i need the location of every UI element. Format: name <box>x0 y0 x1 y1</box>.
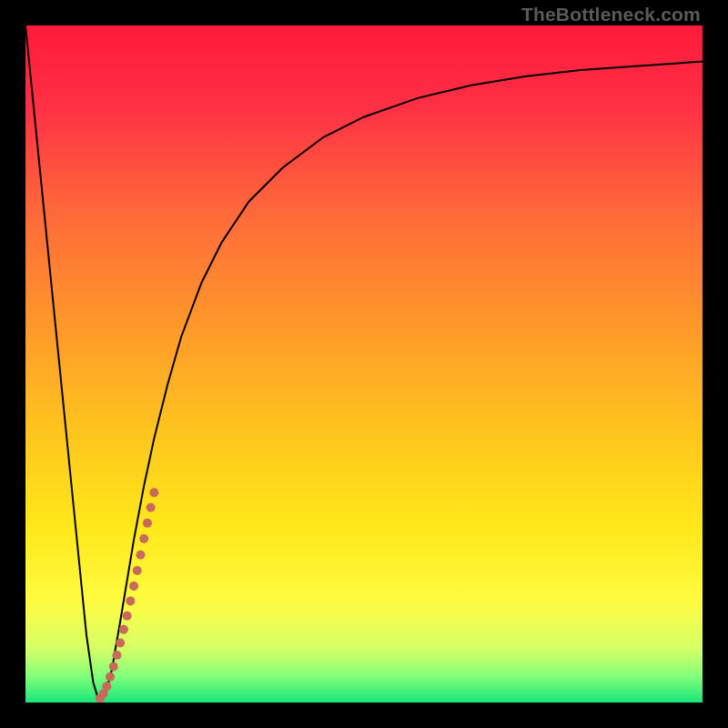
highlight-dot <box>123 612 132 621</box>
highlight-dot <box>133 566 142 575</box>
highlight-dot <box>129 581 138 591</box>
chart-frame <box>25 25 703 703</box>
highlight-dot <box>106 672 115 682</box>
highlight-dot <box>109 662 118 672</box>
highlight-dot <box>139 534 148 543</box>
highlight-dot <box>119 625 128 634</box>
highlight-dot <box>143 519 152 528</box>
highlight-dot <box>102 682 111 691</box>
highlight-dot <box>126 596 135 605</box>
highlight-dot <box>136 551 145 560</box>
bottleneck-chart <box>25 25 703 703</box>
highlight-dot <box>116 639 125 648</box>
watermark-text: TheBottleneck.com <box>521 4 701 25</box>
highlight-dot <box>112 651 121 660</box>
highlight-dot <box>149 488 158 497</box>
highlight-dot <box>147 503 156 512</box>
